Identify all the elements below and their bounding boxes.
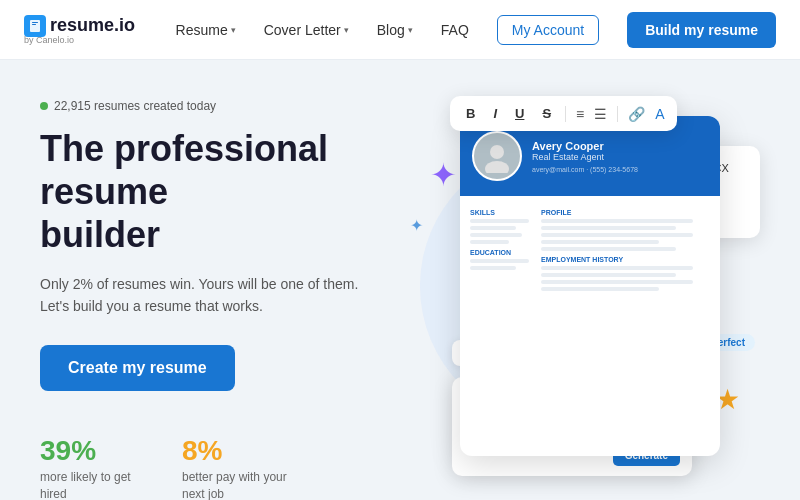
- hero-title: The professional resume builder: [40, 127, 400, 257]
- svg-rect-1: [32, 22, 38, 23]
- chevron-down-icon: ▾: [231, 25, 236, 35]
- logo-sub: by Canelo.io: [24, 35, 74, 45]
- create-resume-button[interactable]: Create my resume: [40, 345, 235, 391]
- hero-section: 22,915 resumes created today The profess…: [0, 60, 800, 500]
- resume-section-employment: Employment History: [541, 256, 710, 263]
- resume-preview-card: Avery Cooper Real Estate Agent avery@mai…: [460, 116, 720, 456]
- header: resume.io by Canelo.io Resume ▾ Cover Le…: [0, 0, 800, 60]
- stat-hired: 39% more likely to get hired: [40, 435, 150, 500]
- resume-role: Real Estate Agent: [532, 152, 638, 162]
- resume-contact: avery@mail.com · (555) 234-5678: [532, 166, 638, 173]
- resume-name: Avery Cooper: [532, 140, 638, 152]
- strikethrough-button[interactable]: S: [538, 104, 555, 123]
- svg-rect-2: [32, 24, 36, 25]
- chevron-down-icon: ▾: [344, 25, 349, 35]
- nav-resume[interactable]: Resume ▾: [176, 22, 236, 38]
- text-style-icon[interactable]: A: [655, 106, 664, 122]
- nav-blog[interactable]: Blog ▾: [377, 22, 413, 38]
- nav-faq[interactable]: FAQ: [441, 22, 469, 38]
- badge-dot: [40, 102, 48, 110]
- link-icon[interactable]: 🔗: [628, 106, 645, 122]
- build-resume-button[interactable]: Build my resume: [627, 12, 776, 48]
- main-nav: Resume ▾ Cover Letter ▾ Blog ▾ FAQ My Ac…: [176, 12, 776, 48]
- bold-button[interactable]: B: [462, 104, 479, 123]
- hero-right: ✦ ✦ ★ B I U S ≡ ☰ 🔗 A: [400, 96, 760, 496]
- toolbar-divider: [565, 106, 566, 122]
- my-account-link[interactable]: My Account: [497, 15, 599, 45]
- svg-point-3: [490, 145, 504, 159]
- resume-body: Skills Education Profile: [460, 196, 720, 302]
- hero-left: 22,915 resumes created today The profess…: [40, 89, 400, 500]
- logo-area: resume.io by Canelo.io: [24, 15, 135, 45]
- stat-pay: 8% better pay with your next job: [182, 435, 292, 500]
- logo[interactable]: resume.io: [24, 15, 135, 37]
- badge: 22,915 resumes created today: [40, 99, 400, 113]
- stat-num-hired: 39%: [40, 435, 150, 467]
- resume-name-area: Avery Cooper Real Estate Agent avery@mai…: [532, 140, 638, 173]
- list-unordered-icon[interactable]: ☰: [594, 106, 607, 122]
- stat-label-pay: better pay with your next job: [182, 469, 292, 500]
- plus-icon: ✦: [410, 216, 423, 235]
- svg-point-4: [485, 161, 509, 173]
- stats: 39% more likely to get hired 8% better p…: [40, 435, 400, 500]
- resume-section-profile: Profile: [541, 209, 710, 216]
- star-purple-icon: ✦: [430, 156, 457, 194]
- italic-button[interactable]: I: [489, 104, 501, 123]
- list-ordered-icon[interactable]: ≡: [576, 106, 584, 122]
- badge-text: 22,915 resumes created today: [54, 99, 216, 113]
- resume-section-skills: Skills: [470, 209, 535, 216]
- stat-label-hired: more likely to get hired: [40, 469, 150, 500]
- underline-button[interactable]: U: [511, 104, 528, 123]
- avatar: [472, 131, 522, 181]
- nav-cover-letter[interactable]: Cover Letter ▾: [264, 22, 349, 38]
- toolbar-divider-2: [617, 106, 618, 122]
- formatting-toolbar: B I U S ≡ ☰ 🔗 A: [450, 96, 677, 131]
- logo-icon: [24, 15, 46, 37]
- resume-section-education: Education: [470, 249, 535, 256]
- stat-num-pay: 8%: [182, 435, 292, 467]
- svg-rect-0: [30, 20, 40, 32]
- chevron-down-icon: ▾: [408, 25, 413, 35]
- hero-subtitle: Only 2% of resumes win. Yours will be on…: [40, 273, 360, 318]
